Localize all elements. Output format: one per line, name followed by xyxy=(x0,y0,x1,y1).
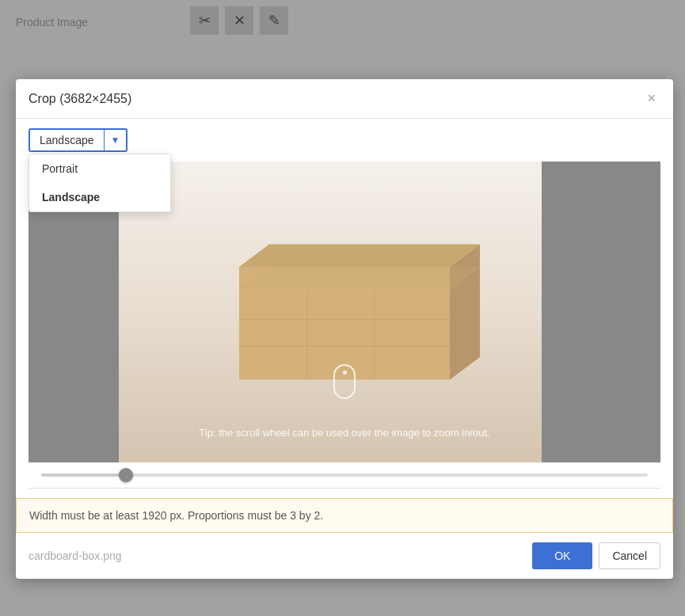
zoom-slider-container xyxy=(29,462,660,489)
zoom-slider-track[interactable] xyxy=(41,473,648,477)
crop-modal: Crop (3682×2455) × Landscape ▼ Portrait … xyxy=(16,79,673,579)
footer-button-group: OK Cancel xyxy=(532,542,660,569)
zoom-slider-thumb[interactable] xyxy=(119,468,133,482)
orientation-dropdown-menu: Portrait Landscape xyxy=(29,154,171,212)
dropdown-arrow-icon[interactable]: ▼ xyxy=(105,131,127,150)
mouse-dot xyxy=(343,371,347,375)
box-container xyxy=(119,162,570,462)
tip-text: Tip: the scroll wheel can be used over t… xyxy=(199,427,489,439)
orientation-option-landscape[interactable]: Landscape xyxy=(29,183,170,211)
scroll-mouse-icon xyxy=(333,364,356,399)
warning-message-box: Width must be at least 1920 px. Proporti… xyxy=(16,498,673,533)
modal-header: Crop (3682×2455) × xyxy=(16,79,673,119)
modal-title: Crop (3682×2455) xyxy=(29,92,131,106)
zoom-slider-fill xyxy=(41,473,126,477)
orientation-dropdown[interactable]: Landscape ▼ xyxy=(29,128,127,152)
svg-marker-0 xyxy=(239,245,480,268)
orientation-current-value: Landscape xyxy=(30,130,105,150)
crop-image[interactable]: Tip: the scroll wheel can be used over t… xyxy=(119,162,570,462)
orientation-selector: Landscape ▼ Portrait Landscape xyxy=(29,128,127,152)
filename-label: cardboard-box.png xyxy=(29,549,122,562)
modal-body: Landscape ▼ Portrait Landscape xyxy=(16,119,673,498)
cancel-button[interactable]: Cancel xyxy=(599,542,660,569)
orientation-option-portrait[interactable]: Portrait xyxy=(29,154,170,183)
modal-close-button[interactable]: × xyxy=(642,89,660,108)
svg-marker-4 xyxy=(239,267,480,290)
crop-side-panel-right xyxy=(542,162,660,462)
warning-text: Width must be at least 1920 px. Proporti… xyxy=(29,509,323,522)
ok-button[interactable]: OK xyxy=(532,542,592,569)
modal-footer: cardboard-box.png OK Cancel xyxy=(16,533,673,579)
